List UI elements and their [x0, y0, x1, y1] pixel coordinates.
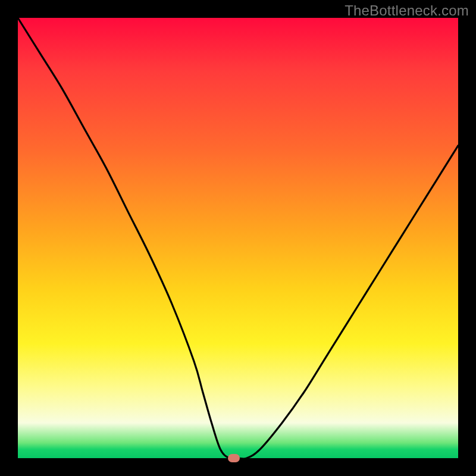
optimal-point-marker: [228, 454, 240, 462]
chart-frame: TheBottleneck.com: [0, 0, 476, 476]
bottleneck-curve: [18, 18, 458, 458]
plot-area: [18, 18, 458, 458]
watermark-label: TheBottleneck.com: [345, 2, 469, 19]
